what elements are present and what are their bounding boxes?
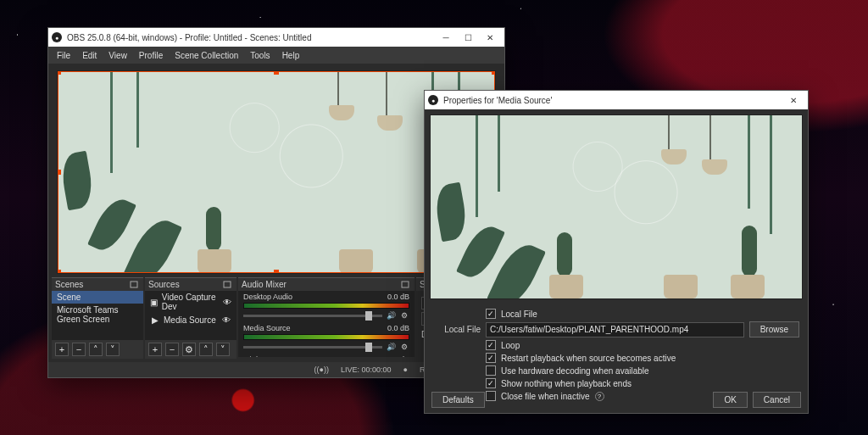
audio-mixer-panel: Audio Mixer Desktop Audio0.0 dB 🔊 ⚙ Medi…: [238, 277, 415, 359]
rec-indicator-icon: ●: [403, 365, 408, 374]
scene-item-scene[interactable]: Scene: [52, 291, 143, 304]
volume-slider[interactable]: [243, 346, 382, 349]
sources-panel: Sources ▣ Video Capture Dev 👁 ▶ Media So…: [145, 277, 236, 359]
show-nothing-label: Show nothing when playback ends: [501, 379, 632, 388]
sources-popout-icon[interactable]: [223, 281, 233, 289]
mixer-ch-name: Mic/Aux: [243, 355, 270, 357]
source-down-button[interactable]: ˅: [216, 343, 230, 356]
menu-view[interactable]: View: [108, 51, 127, 60]
scene-remove-button[interactable]: −: [72, 343, 86, 356]
sources-toolbar: + − ⚙ ˄ ˅: [145, 340, 236, 359]
mixer-ch-db: 0.0 dB: [387, 324, 409, 332]
mixer-ch-name: Desktop Audio: [243, 293, 292, 301]
camera-icon: ▣: [150, 297, 159, 307]
loop-checkbox[interactable]: [486, 340, 496, 350]
mixer-ch-db: 0.0 dB: [387, 355, 409, 357]
menu-help[interactable]: Help: [282, 51, 300, 60]
close-inactive-checkbox[interactable]: [486, 391, 496, 401]
close-inactive-label: Close file when inactive: [501, 392, 590, 401]
scene-up-button[interactable]: ˄: [89, 343, 103, 356]
mixer-ch-db: 0.0 dB: [387, 293, 409, 301]
mixer-ch-name: Media Source: [243, 324, 291, 332]
hw-decode-label: Use hardware decoding when available: [501, 366, 649, 376]
menu-file[interactable]: File: [57, 51, 70, 60]
scenes-header: Scenes: [55, 280, 83, 289]
source-label: Media Source: [164, 315, 216, 325]
props-close-button[interactable]: ✕: [782, 92, 804, 108]
browse-button[interactable]: Browse: [749, 321, 799, 337]
file-path-input[interactable]: [486, 322, 744, 337]
svg-rect-0: [131, 282, 137, 287]
source-remove-button[interactable]: −: [165, 343, 179, 356]
speaker-icon[interactable]: 🔊: [386, 310, 396, 321]
menu-scene-collection[interactable]: Scene Collection: [175, 51, 238, 60]
source-item-video-capture[interactable]: ▣ Video Capture Dev 👁: [145, 291, 236, 313]
source-add-button[interactable]: +: [148, 343, 162, 356]
volume-slider[interactable]: [243, 315, 382, 317]
cancel-button[interactable]: Cancel: [753, 392, 801, 408]
scene-add-button[interactable]: +: [55, 343, 69, 356]
gear-icon[interactable]: ⚙: [399, 342, 409, 352]
mixer-channel-media-source: Media Source0.0 dB 🔊 ⚙: [238, 322, 415, 354]
menu-tools[interactable]: Tools: [250, 51, 270, 60]
speaker-icon[interactable]: 🔊: [386, 342, 396, 352]
status-live: LIVE: 00:00:00: [341, 365, 392, 374]
mixer-channel-mic-aux: Mic/Aux0.0 dB: [238, 354, 415, 357]
sources-header: Sources: [148, 280, 180, 289]
obs-menubar: File Edit View Profile Scene Collection …: [48, 47, 504, 64]
obs-minimize-button[interactable]: ─: [435, 30, 457, 45]
mixer-channel-desktop-audio: Desktop Audio0.0 dB 🔊 ⚙: [238, 291, 415, 322]
source-item-media-source[interactable]: ▶ Media Source 👁: [145, 313, 236, 326]
visibility-eye-icon[interactable]: 👁: [223, 297, 231, 307]
restart-playback-checkbox[interactable]: [486, 353, 496, 363]
obs-app-icon: ●: [52, 32, 62, 42]
help-icon[interactable]: ?: [595, 392, 604, 401]
obs-close-button[interactable]: ✕: [479, 30, 501, 45]
media-icon: ▶: [150, 315, 160, 325]
gear-icon[interactable]: ⚙: [399, 310, 409, 321]
loop-label: Loop: [501, 341, 520, 350]
obs-maximize-button[interactable]: ☐: [457, 30, 479, 45]
source-label: Video Capture Dev: [162, 293, 220, 311]
mixer-header: Audio Mixer: [242, 280, 287, 289]
ok-button[interactable]: OK: [713, 392, 747, 408]
mixer-popout-icon[interactable]: [401, 281, 411, 289]
svg-rect-1: [224, 282, 231, 287]
defaults-button[interactable]: Defaults: [431, 392, 485, 408]
menu-edit[interactable]: Edit: [82, 51, 97, 60]
scenes-panel: Scenes Scene Microsoft Teams Green Scree…: [52, 277, 143, 359]
obs-app-icon: ●: [428, 95, 438, 105]
stream-indicator-icon: ((●)): [314, 365, 329, 374]
level-meter: [243, 303, 409, 309]
local-file-chk-label: Local File: [501, 310, 537, 319]
file-path-label: Local File: [433, 325, 481, 334]
menu-profile[interactable]: Profile: [139, 51, 163, 60]
sources-list[interactable]: ▣ Video Capture Dev 👁 ▶ Media Source 👁: [145, 291, 236, 340]
scene-down-button[interactable]: ˅: [106, 343, 120, 356]
svg-rect-2: [402, 282, 409, 287]
source-settings-button[interactable]: ⚙: [182, 343, 196, 356]
level-meter: [243, 334, 409, 340]
props-preview: [430, 114, 803, 299]
props-title: Properties for 'Media Source': [443, 96, 552, 105]
mixer-body: Desktop Audio0.0 dB 🔊 ⚙ Media Source0.0 …: [238, 291, 415, 357]
local-file-checkbox[interactable]: [486, 309, 496, 319]
media-source-properties-dialog: ● Properties for 'Media Source' ✕ Local …: [424, 90, 809, 414]
props-titlebar[interactable]: ● Properties for 'Media Source' ✕: [425, 91, 808, 109]
show-nothing-checkbox[interactable]: [486, 378, 496, 388]
visibility-eye-icon[interactable]: 👁: [221, 315, 231, 325]
scenes-toolbar: + − ˄ ˅: [52, 340, 143, 359]
scenes-popout-icon[interactable]: [130, 281, 140, 289]
hw-decode-checkbox[interactable]: [486, 365, 496, 376]
scene-item-teams[interactable]: Microsoft Teams Green Screen: [52, 304, 143, 326]
source-up-button[interactable]: ˄: [199, 343, 213, 356]
obs-titlebar[interactable]: ● OBS 25.0.8 (64-bit, windows) - Profile…: [48, 28, 504, 47]
obs-title-text: OBS 25.0.8 (64-bit, windows) - Profile: …: [67, 33, 311, 42]
scenes-list[interactable]: Scene Microsoft Teams Green Screen: [52, 291, 143, 340]
restart-playback-label: Restart playback when source becomes act…: [501, 354, 676, 363]
